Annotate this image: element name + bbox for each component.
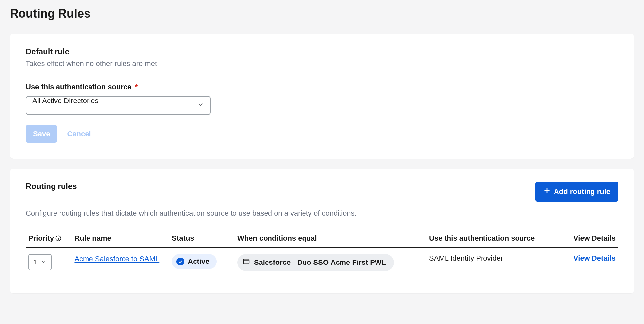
rule-name-link[interactable]: Acme Salesforce to SAML: [74, 254, 159, 264]
auth-source-cell: SAML Identity Provider: [426, 248, 571, 277]
col-view-header: View Details: [571, 229, 618, 248]
svg-rect-5: [244, 259, 249, 264]
routing-rules-heading: Routing rules: [26, 182, 77, 191]
add-routing-rule-button[interactable]: Add routing rule: [535, 182, 618, 202]
save-button[interactable]: Save: [26, 125, 57, 143]
priority-value: 1: [34, 258, 38, 266]
auth-source-selected-value: All Active Directories: [32, 97, 99, 105]
default-rule-card: Default rule Takes effect when no other …: [10, 34, 634, 159]
default-rule-heading: Default rule: [26, 47, 618, 56]
check-circle-icon: [176, 258, 184, 265]
info-icon[interactable]: [55, 235, 62, 242]
default-rule-description: Takes effect when no other rules are met: [26, 60, 618, 68]
condition-text: Salesforce - Duo SSO Acme First PWL: [254, 258, 386, 267]
col-auth-source-header: Use this authentication source: [426, 229, 571, 248]
auth-source-label-text: Use this authentication source: [26, 83, 131, 91]
default-rule-actions: Save Cancel: [26, 125, 618, 143]
routing-rules-card: Routing rules Add routing rule Configure…: [10, 169, 634, 293]
status-badge: Active: [172, 254, 217, 269]
col-rule-name-header: Rule name: [72, 229, 169, 248]
svg-point-4: [58, 237, 59, 237]
svg-point-7: [244, 260, 245, 260]
table-header-row: Priority Rule name Status When condition…: [26, 229, 618, 248]
table-row: 1 Acme Salesforce to SAML Active: [26, 248, 618, 277]
routing-rules-header: Routing rules Add routing rule: [26, 182, 618, 202]
condition-badge: Salesforce - Duo SSO Acme First PWL: [237, 254, 394, 271]
view-details-link[interactable]: View Details: [573, 254, 616, 262]
cancel-button[interactable]: Cancel: [67, 130, 91, 138]
add-routing-rule-label: Add routing rule: [554, 187, 610, 196]
status-text: Active: [188, 257, 209, 266]
auth-source-select[interactable]: All Active Directories: [26, 96, 211, 115]
chevron-down-icon: [41, 258, 46, 266]
required-asterisk: *: [135, 83, 138, 91]
col-priority-header: Priority: [26, 229, 72, 248]
auth-source-field-label: Use this authentication source *: [26, 83, 618, 91]
routing-rules-table: Priority Rule name Status When condition…: [26, 229, 618, 277]
plus-icon: [543, 187, 551, 196]
priority-select[interactable]: 1: [28, 254, 52, 270]
auth-source-select-wrap: All Active Directories: [26, 96, 211, 115]
routing-rules-description: Configure routing rules that dictate whi…: [26, 209, 618, 218]
col-status-header: Status: [169, 229, 235, 248]
page-title: Routing Rules: [0, 0, 644, 24]
svg-point-8: [245, 260, 246, 260]
col-priority-label: Priority: [28, 234, 54, 243]
col-conditions-header: When conditions equal: [235, 229, 426, 248]
application-icon: [243, 258, 250, 267]
